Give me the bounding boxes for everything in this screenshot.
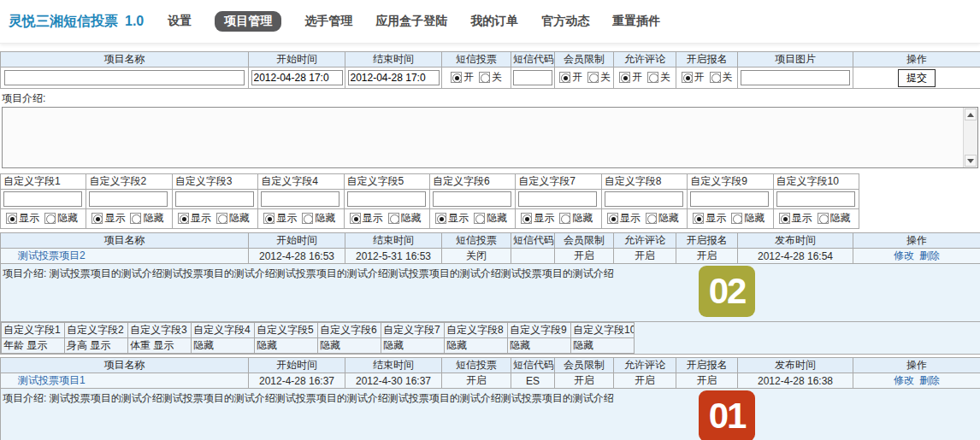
sms-code-input[interactable] bbox=[513, 70, 552, 85]
menu-item-settings[interactable]: 设置 bbox=[168, 14, 192, 29]
sms-vote-cell: 开启 bbox=[442, 373, 511, 389]
custom-field-label: 自定义字段9 bbox=[508, 323, 571, 338]
edit-link[interactable]: 修改 bbox=[894, 249, 914, 261]
show-radio[interactable]: 显示 bbox=[178, 211, 211, 226]
radio-label: 开 bbox=[694, 70, 705, 85]
hide-radio[interactable]: 隐藏 bbox=[731, 211, 765, 226]
signup-on-radio[interactable]: 开 bbox=[682, 70, 705, 85]
hide-radio[interactable]: 隐藏 bbox=[216, 211, 250, 226]
hide-radio[interactable]: 隐藏 bbox=[818, 211, 851, 226]
project-table: 项目名称 开始时间 结束时间 短信投票 短信代码 会员限制 允许评论 开启报名 … bbox=[0, 357, 980, 440]
custom-field-input[interactable] bbox=[776, 191, 855, 207]
radio-label: 隐藏 bbox=[487, 211, 507, 226]
radio-icon bbox=[451, 72, 462, 83]
custom-field-input[interactable] bbox=[261, 191, 339, 207]
show-radio[interactable]: 显示 bbox=[693, 211, 726, 226]
project-name-input[interactable] bbox=[4, 70, 245, 85]
allow-comment-on-radio[interactable]: 开 bbox=[619, 70, 642, 85]
custom-field-input[interactable] bbox=[690, 191, 769, 207]
radio-label: 显示 bbox=[363, 211, 383, 226]
custom-field-labels-row: 自定义字段1 自定义字段2 自定义字段3 自定义字段4 自定义字段5 自定义字段… bbox=[2, 323, 635, 338]
show-radio[interactable]: 显示 bbox=[779, 211, 812, 226]
menu-item-appbox-login[interactable]: 应用盒子登陆 bbox=[375, 14, 447, 29]
custom-field-input[interactable] bbox=[347, 191, 426, 207]
member-limit-on-radio[interactable]: 开 bbox=[559, 70, 582, 85]
delete-link[interactable]: 删除 bbox=[919, 249, 940, 261]
custom-field-label: 自定义字段5 bbox=[255, 323, 318, 338]
hide-radio[interactable]: 隐藏 bbox=[302, 211, 335, 226]
submit-button[interactable]: 提交 bbox=[898, 69, 936, 87]
custom-field-input[interactable] bbox=[89, 191, 168, 207]
custom-field-input[interactable] bbox=[433, 191, 511, 207]
project-name-link[interactable]: 测试投票项目1 bbox=[18, 374, 86, 386]
sms-vote-on-radio[interactable]: 开 bbox=[451, 70, 474, 85]
custom-field-input[interactable] bbox=[175, 191, 254, 207]
allow-comment-off-radio[interactable]: 关 bbox=[647, 70, 670, 85]
radio-icon bbox=[559, 72, 570, 83]
radio-icon bbox=[302, 213, 313, 224]
delete-link[interactable]: 删除 bbox=[919, 374, 940, 386]
radio-label: 显示 bbox=[792, 211, 812, 226]
end-time-cell: 2012-5-31 16:53 bbox=[345, 249, 442, 264]
menu-item-my-orders[interactable]: 我的订单 bbox=[470, 14, 518, 29]
radio-icon bbox=[350, 213, 361, 224]
show-radio[interactable]: 显示 bbox=[6, 211, 39, 226]
end-time-cell: 2012-4-30 16:37 bbox=[345, 373, 442, 389]
column-header: 操作 bbox=[853, 233, 980, 249]
hide-radio[interactable]: 隐藏 bbox=[44, 211, 78, 226]
textarea-scrollbar[interactable] bbox=[963, 108, 977, 167]
radio-icon bbox=[607, 213, 618, 224]
radio-label: 隐藏 bbox=[658, 211, 679, 226]
project-intro-textarea[interactable] bbox=[2, 107, 978, 168]
menu-item-player-management[interactable]: 选手管理 bbox=[304, 14, 352, 29]
custom-field-input[interactable] bbox=[3, 191, 82, 207]
signup-off-radio[interactable]: 关 bbox=[710, 70, 733, 85]
project-name-link[interactable]: 测试投票项目2 bbox=[18, 249, 86, 261]
show-radio[interactable]: 显示 bbox=[435, 211, 469, 226]
menu-item-reset-plugin[interactable]: 重置插件 bbox=[612, 14, 660, 29]
edit-link[interactable]: 修改 bbox=[894, 374, 914, 386]
description-row: 项目介绍: 测试投票项目的测试介绍测试投票项目的测试介绍测试投票项目的测试介绍测… bbox=[1, 389, 980, 440]
project-badge-image: 01 bbox=[699, 390, 755, 440]
column-header: 短信投票 bbox=[442, 233, 511, 249]
hide-radio[interactable]: 隐藏 bbox=[388, 211, 422, 226]
radio-label: 关 bbox=[492, 70, 502, 85]
member-limit-off-radio[interactable]: 关 bbox=[587, 70, 611, 85]
end-time-input[interactable] bbox=[348, 70, 440, 85]
hide-radio[interactable]: 隐藏 bbox=[646, 211, 679, 226]
custom-field-value: 隐藏 bbox=[445, 338, 508, 354]
allow-comment-cell: 开启 bbox=[614, 249, 676, 264]
show-radio[interactable]: 显示 bbox=[521, 211, 554, 226]
sms-vote-off-radio[interactable]: 关 bbox=[479, 70, 502, 85]
column-header: 项目图片 bbox=[738, 52, 853, 67]
actions-cell: 修改删除 bbox=[853, 249, 980, 264]
custom-field-label: 自定义字段3 bbox=[172, 174, 257, 190]
scroll-up-button[interactable] bbox=[965, 109, 977, 120]
project-table: 项目名称 开始时间 结束时间 短信投票 短信代码 会员限制 允许评论 开启报名 … bbox=[0, 232, 980, 355]
project-image-input[interactable] bbox=[741, 70, 850, 85]
menu-item-project-management[interactable]: 项目管理 bbox=[215, 11, 281, 32]
show-radio[interactable]: 显示 bbox=[263, 211, 297, 226]
start-time-input[interactable] bbox=[251, 70, 343, 85]
custom-field-inputs-row bbox=[1, 190, 859, 209]
allow-comment-cell: 开启 bbox=[614, 373, 676, 389]
hide-radio[interactable]: 隐藏 bbox=[130, 211, 163, 226]
custom-field-value: 隐藏 bbox=[571, 338, 635, 354]
scroll-down-button[interactable] bbox=[965, 155, 977, 167]
column-header: 短信代码 bbox=[511, 358, 555, 373]
radio-icon bbox=[216, 213, 227, 224]
show-radio[interactable]: 显示 bbox=[92, 211, 125, 226]
radio-label: 显示 bbox=[19, 211, 39, 226]
app-title: 灵悦三湘短信投票1.0 bbox=[9, 13, 144, 31]
hide-radio[interactable]: 隐藏 bbox=[559, 211, 593, 226]
custom-field-input[interactable] bbox=[518, 191, 597, 207]
custom-fields-form-table: 自定义字段1 自定义字段2 自定义字段3 自定义字段4 自定义字段5 自定义字段… bbox=[0, 173, 859, 229]
custom-field-label: 自定义字段7 bbox=[516, 174, 601, 190]
show-radio[interactable]: 显示 bbox=[350, 211, 383, 226]
show-radio[interactable]: 显示 bbox=[607, 211, 641, 226]
hide-radio[interactable]: 隐藏 bbox=[474, 211, 507, 226]
menu-item-official-news[interactable]: 官方动态 bbox=[541, 14, 589, 29]
custom-field-label: 自定义字段9 bbox=[688, 174, 773, 190]
custom-field-input[interactable] bbox=[605, 191, 683, 207]
start-time-cell: 2012-4-28 16:53 bbox=[249, 249, 345, 264]
